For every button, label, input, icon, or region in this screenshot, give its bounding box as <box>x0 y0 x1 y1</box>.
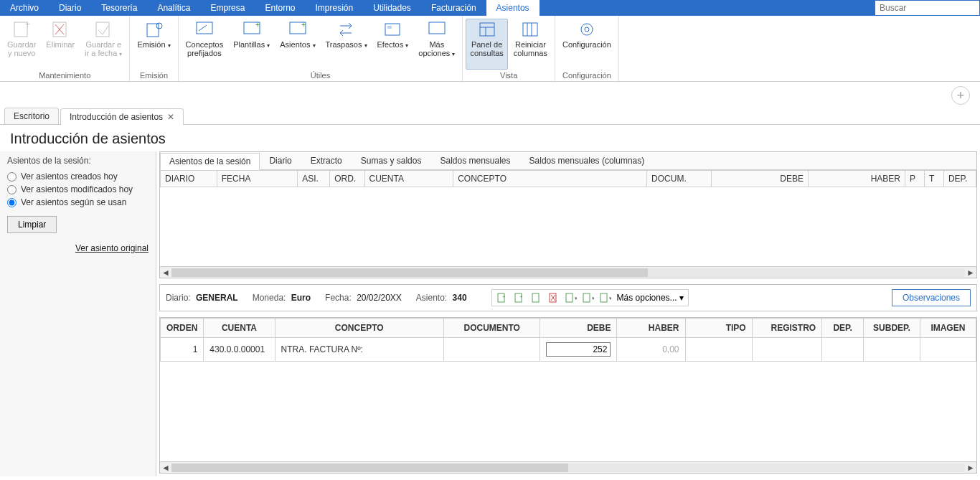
entry-h-scrollbar[interactable]: ◄ ► <box>160 461 976 473</box>
grid-header[interactable]: DOCUM. <box>647 171 712 187</box>
debe-input[interactable] <box>546 342 611 357</box>
scroll-right-icon[interactable]: ► <box>965 268 976 278</box>
grid-header[interactable]: FECHA <box>217 171 297 187</box>
cell-cuenta[interactable]: 430.0.0.00001 <box>204 338 275 362</box>
add-tab-button[interactable]: + <box>951 86 970 105</box>
doc-dd1-icon[interactable]: ▾ <box>565 292 577 303</box>
menu-archivo[interactable]: Archivo <box>0 0 49 16</box>
cell-subdep[interactable] <box>864 338 920 362</box>
entry-header[interactable]: REGISTRO <box>752 319 821 338</box>
inner-tab[interactable]: Asientos de la sesión <box>160 153 260 170</box>
scroll-left-icon[interactable]: ◄ <box>160 268 171 278</box>
transfers-icon <box>337 20 356 39</box>
asiento-value: 340 <box>453 293 467 303</box>
entry-header[interactable]: TIPO <box>685 319 752 338</box>
entry-header[interactable]: SUBDEP. <box>864 319 920 338</box>
cell-tipo[interactable] <box>685 338 752 362</box>
grid-header[interactable]: ASI. <box>298 171 330 187</box>
entry-header[interactable]: CONCEPTO <box>275 319 443 338</box>
cell-dep[interactable] <box>822 338 864 362</box>
grid-header[interactable]: P <box>905 171 924 187</box>
inner-tab[interactable]: Saldos mensuales (columnas) <box>520 152 654 169</box>
doc-add2-icon[interactable]: + <box>514 292 525 303</box>
menu-diario[interactable]: Diario <box>49 0 91 16</box>
ribbon-more-button[interactable]: Másopciones ▾ <box>414 19 459 70</box>
doc-dd2-icon[interactable]: ▾ <box>583 292 594 303</box>
radio-input[interactable] <box>7 185 17 194</box>
ribbon-effects-button[interactable]: Efectos ▾ <box>373 19 413 70</box>
grid-header[interactable]: CONCEPTO <box>453 171 647 187</box>
inner-tab[interactable]: Extracto <box>301 152 352 169</box>
menu-analitica[interactable]: Analítica <box>147 0 200 16</box>
doc-delete-icon[interactable] <box>548 292 560 303</box>
scroll-left-icon[interactable]: ◄ <box>160 463 171 473</box>
radio-input[interactable] <box>7 172 17 182</box>
cell-imagen[interactable] <box>920 338 976 362</box>
more-options-button[interactable]: Más opciones... ▾ <box>617 293 684 303</box>
menu-impresion[interactable]: Impresión <box>305 0 363 16</box>
grid-header[interactable]: HABER <box>809 171 905 187</box>
ribbon-config-button[interactable]: Configuración <box>558 19 616 70</box>
moneda-label: Moneda: <box>253 293 286 303</box>
inner-tab[interactable]: Sumas y saldos <box>352 152 431 169</box>
entry-row[interactable]: 1 430.0.0.00001 NTRA. FACTURA Nº: 0,00 <box>161 338 976 362</box>
ribbon-concepts-button[interactable]: Conceptosprefijados <box>182 19 228 70</box>
tab-escritorio[interactable]: Escritorio <box>4 108 59 124</box>
h-scrollbar[interactable]: ◄ ► <box>160 266 976 278</box>
search-input[interactable] <box>880 3 975 13</box>
scroll-thumb[interactable] <box>171 268 648 277</box>
cell-documento[interactable] <box>443 338 540 362</box>
scroll-right-icon[interactable]: ► <box>965 463 976 473</box>
cell-haber[interactable]: 0,00 <box>617 338 685 362</box>
menu-empresa[interactable]: Empresa <box>200 0 255 16</box>
session-panel: Asientos de la sesiónDiarioExtractoSumas… <box>159 151 977 278</box>
entry-header[interactable]: HABER <box>617 319 685 338</box>
ribbon-emit-button[interactable]: Emisión ▾ <box>133 19 174 70</box>
entry-header[interactable]: DOCUMENTO <box>443 319 540 338</box>
scroll-track[interactable] <box>171 268 965 277</box>
cell-concepto[interactable]: NTRA. FACTURA Nº: <box>275 338 443 362</box>
entry-header[interactable]: DEBE <box>540 319 617 338</box>
grid-header[interactable]: DEP. <box>943 171 976 187</box>
sidebar: Asientos de la sesión: Ver asientos crea… <box>0 151 156 476</box>
inner-tab[interactable]: Diario <box>260 152 301 169</box>
clear-button[interactable]: Limpiar <box>7 216 57 233</box>
radio-created-today[interactable]: Ver asientos creados hoy <box>7 171 149 182</box>
entry-header[interactable]: DEP. <box>822 319 864 338</box>
grid-header[interactable]: CUENTA <box>364 171 453 187</box>
close-tab-icon[interactable]: ✕ <box>167 112 174 122</box>
grid-header[interactable]: ORD. <box>330 171 364 187</box>
doc-add-icon[interactable]: + <box>496 292 508 303</box>
search-box[interactable] <box>875 1 979 15</box>
observaciones-button[interactable]: Observaciones <box>892 289 971 306</box>
radio-as-used[interactable]: Ver asientos según se usan <box>7 197 149 207</box>
grid-header[interactable]: T <box>924 171 943 187</box>
radio-modified-today[interactable]: Ver asientos modificados hoy <box>7 184 149 194</box>
cell-registro[interactable] <box>752 338 821 362</box>
ribbon-panel-button[interactable]: Panel deconsultas <box>466 19 507 70</box>
doc-copy-icon[interactable] <box>531 292 542 303</box>
cell-orden[interactable]: 1 <box>161 338 204 362</box>
ribbon-transfers-button[interactable]: Traspasos ▾ <box>321 19 372 70</box>
view-original-link[interactable]: Ver asiento original <box>7 243 149 253</box>
entry-header[interactable]: CUENTA <box>204 319 275 338</box>
ribbon-entries-button[interactable]: +Asientos ▾ <box>275 19 319 70</box>
menu-utilidades[interactable]: Utilidades <box>363 0 421 16</box>
ribbon-reset-cols-button[interactable]: Reiniciarcolumnas <box>509 19 552 70</box>
tab-introduccion-asientos[interactable]: Introducción de asientos✕ <box>60 108 184 125</box>
menu-facturacion[interactable]: Facturación <box>421 0 486 16</box>
menu-tesoreria[interactable]: Tesorería <box>91 0 147 16</box>
scroll-track[interactable] <box>171 463 965 472</box>
inner-tab[interactable]: Saldos mensuales <box>430 152 519 169</box>
grid-header[interactable]: DIARIO <box>161 171 217 187</box>
doc-dd3-icon[interactable]: ▾ <box>600 292 611 303</box>
grid-header[interactable]: DEBE <box>712 171 809 187</box>
menu-asientos[interactable]: Asientos <box>486 0 540 16</box>
entry-header[interactable]: ORDEN <box>161 319 204 338</box>
radio-input[interactable] <box>7 198 17 207</box>
scroll-thumb[interactable] <box>171 463 568 472</box>
ribbon-templates-button[interactable]: +Plantillas ▾ <box>229 19 274 70</box>
cell-debe[interactable] <box>540 338 617 362</box>
menu-entorno[interactable]: Entorno <box>255 0 305 16</box>
entry-header[interactable]: IMAGEN <box>920 319 976 338</box>
